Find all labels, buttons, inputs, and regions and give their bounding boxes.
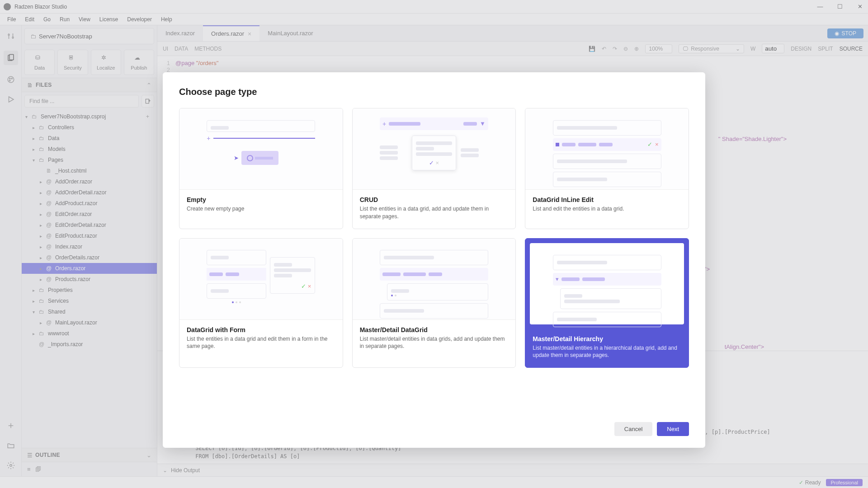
next-button[interactable]: Next [657, 422, 689, 436]
card-desc: List and edit the entities in a data gri… [533, 205, 681, 213]
card-title: DataGrid with Form [187, 326, 335, 333]
modal-overlay: Choose page type +➤ EmptyCreate new empt… [0, 0, 868, 488]
card-desc: Create new empty page [187, 205, 335, 213]
page-type-card[interactable]: Master/Detail DataGridList master/detail… [352, 238, 516, 368]
choose-page-type-dialog: Choose page type +➤ EmptyCreate new empt… [163, 72, 705, 448]
card-title: DataGrid InLine Edit [533, 196, 681, 203]
card-title: Master/Detail DataGrid [360, 326, 509, 333]
card-desc: List the entities in a data grid, add an… [360, 205, 509, 221]
cancel-button[interactable]: Cancel [614, 422, 652, 436]
card-preview: +▼✓ × [353, 108, 516, 190]
card-preview: ▾ [530, 243, 684, 324]
card-preview [353, 239, 516, 320]
page-type-card[interactable]: +➤ EmptyCreate new empty page [179, 108, 343, 229]
card-title: CRUD [360, 196, 509, 203]
page-type-card[interactable]: ✓ ×DataGrid with FormList the entities i… [179, 238, 343, 368]
card-desc: List master/detail entities in a hierarc… [533, 344, 681, 360]
page-type-card[interactable]: ▾Master/Detail HierarchyList master/deta… [525, 238, 689, 368]
page-type-card[interactable]: ✓×DataGrid InLine EditList and edit the … [525, 108, 689, 229]
card-title: Empty [187, 196, 335, 203]
card-title: Master/Detail Hierarchy [533, 335, 681, 343]
modal-title: Choose page type [179, 87, 689, 97]
card-preview: +➤ [179, 108, 343, 190]
page-type-card[interactable]: +▼✓ ×CRUDList the entities in a data gri… [352, 108, 516, 229]
card-desc: List the entities in a data grid and edi… [187, 335, 335, 351]
card-preview: ✓ × [179, 239, 343, 320]
card-desc: List master/detail entities in data grid… [360, 335, 509, 351]
card-preview: ✓× [525, 108, 689, 190]
